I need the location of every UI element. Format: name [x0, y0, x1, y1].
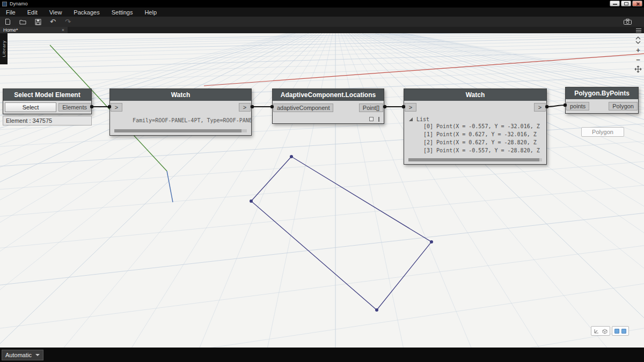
menubar: File Edit View Packages Settings Help	[0, 8, 644, 17]
list-item: [0] Point(X = -0.557, Y = -32.016, Z	[404, 123, 546, 131]
node-adaptive-component-locations[interactable]: AdaptiveComponent.Locations adaptiveComp…	[272, 88, 384, 124]
zoom-out-button[interactable]: −	[634, 56, 642, 63]
watch-value: Family=ROOF-PANEL-4PT, Type=ROOF-PANEL	[110, 114, 251, 127]
output-port-elements[interactable]: Elements	[58, 103, 91, 112]
input-port-adaptivecomponent[interactable]: adaptiveComponent	[273, 104, 333, 112]
titlebar: Dynamo	[0, 0, 644, 8]
pan-icon[interactable]	[634, 65, 642, 73]
node-polygon-bypoints[interactable]: Polygon.ByPoints points Polygon	[565, 87, 639, 114]
undo-icon[interactable]: ↶	[49, 18, 57, 26]
polygon-vertex	[250, 200, 253, 203]
view-toggle-group	[591, 326, 629, 336]
lacing-indicator-icon[interactable]	[378, 117, 379, 122]
run-mode-value: Automatic	[5, 352, 32, 358]
node-watch-1[interactable]: Watch > > Family=ROOF-PANEL-4PT, Type=RO…	[109, 88, 252, 136]
geometry-preview-layer	[0, 33, 644, 348]
node-title[interactable]: AdaptiveComponent.Locations	[273, 89, 384, 101]
toolbar: ↶ ↷	[0, 17, 644, 27]
watch-list: List [0] Point(X = -0.557, Y = -32.016, …	[404, 114, 546, 156]
background-grid	[0, 33, 644, 348]
new-file-icon[interactable]	[4, 18, 12, 26]
node-title[interactable]: Watch	[404, 89, 546, 101]
watch-horizontal-scrollbar[interactable]	[408, 158, 542, 161]
list-item: [1] Point(X = 0.627, Y = -32.016, Z	[404, 131, 546, 139]
watch-horizontal-scrollbar[interactable]	[114, 129, 247, 132]
graph-view-icon[interactable]	[614, 329, 619, 334]
run-mode-dropdown[interactable]: Automatic	[2, 350, 43, 360]
window-controls	[610, 1, 642, 6]
node-title[interactable]: Select Model Element	[3, 89, 91, 101]
wire-watch-to-polygon[interactable]	[547, 105, 565, 107]
workspace-tabbar: Home* ×	[0, 27, 644, 33]
input-port[interactable]: >	[405, 103, 416, 112]
workspace-canvas[interactable]: Library Select Model Element Select Elem…	[0, 33, 644, 348]
zoom-fit-icon[interactable]	[634, 36, 642, 44]
close-button[interactable]	[632, 1, 642, 6]
geometry-view-toggles[interactable]	[591, 326, 610, 336]
menu-view[interactable]: View	[43, 8, 68, 17]
input-port-points[interactable]: points	[566, 102, 589, 110]
node-select-model-element[interactable]: Select Model Element Select Elements	[3, 88, 92, 114]
statusbar: Automatic	[0, 348, 644, 362]
chevron-down-icon	[35, 354, 40, 356]
node-title[interactable]: Polygon.ByPoints	[566, 87, 638, 99]
geometry-preview-icon[interactable]	[621, 329, 626, 334]
node-preview-element-id: Element : 347575	[3, 116, 92, 125]
node-title[interactable]: Watch	[110, 89, 251, 101]
workspace-menu-icon[interactable]	[636, 28, 641, 32]
menu-edit[interactable]: Edit	[21, 8, 43, 17]
polygon-vertex	[290, 155, 293, 158]
library-panel-label: Library	[2, 40, 6, 57]
open-file-icon[interactable]	[19, 18, 27, 26]
minimize-button[interactable]	[610, 1, 620, 6]
save-icon[interactable]	[34, 18, 42, 26]
menu-help[interactable]: Help	[138, 8, 163, 17]
export-image-icon[interactable]	[624, 18, 632, 26]
output-port-polygon[interactable]: Polygon	[609, 102, 638, 110]
library-panel-tab[interactable]: Library	[0, 33, 8, 64]
maximize-button[interactable]	[621, 1, 631, 6]
dynamo-logo-icon	[2, 2, 7, 6]
node-watch-2[interactable]: Watch > > List [0] Point(X = -0.557, Y =…	[404, 88, 547, 165]
output-port[interactable]: >	[239, 103, 251, 112]
input-port[interactable]: >	[111, 103, 122, 112]
workspace-view-toggles[interactable]	[612, 326, 629, 336]
wire-layer	[0, 33, 644, 348]
tab-home[interactable]: Home* ×	[0, 27, 68, 33]
tab-close-icon[interactable]: ×	[62, 28, 64, 33]
polygon-geometry	[251, 157, 431, 310]
menu-packages[interactable]: Packages	[68, 8, 105, 17]
list-header[interactable]: List	[404, 115, 546, 123]
app-title: Dynamo	[10, 1, 28, 6]
minimize-icon	[613, 4, 617, 5]
x-axis-line	[204, 51, 644, 86]
menu-settings[interactable]: Settings	[106, 8, 139, 17]
preview-checkbox[interactable]	[369, 117, 374, 121]
list-label: List	[416, 116, 429, 122]
axes-triad-icon	[594, 328, 599, 334]
cube-icon	[602, 328, 608, 334]
list-item: [2] Point(X = 0.627, Y = -28.820, Z	[404, 139, 546, 147]
output-port[interactable]: >	[534, 103, 546, 112]
node-preview-polygon: Polygon	[581, 127, 624, 137]
menu-file[interactable]: File	[0, 8, 21, 17]
list-item: [3] Point(X = -0.557, Y = -28.820, Z	[404, 147, 546, 156]
redo-icon[interactable]: ↷	[64, 18, 72, 26]
z-axis-line	[167, 171, 173, 202]
maximize-icon	[624, 2, 628, 5]
select-element-button[interactable]: Select	[5, 102, 56, 112]
tab-label: Home*	[3, 27, 62, 33]
polygon-vertex	[375, 308, 378, 312]
canvas-navigation-controls: + −	[634, 36, 642, 73]
output-port-point-array[interactable]: Point[]	[359, 104, 383, 112]
zoom-in-button[interactable]: +	[634, 46, 642, 54]
polygon-vertex	[430, 240, 433, 243]
expander-icon[interactable]	[409, 117, 413, 121]
